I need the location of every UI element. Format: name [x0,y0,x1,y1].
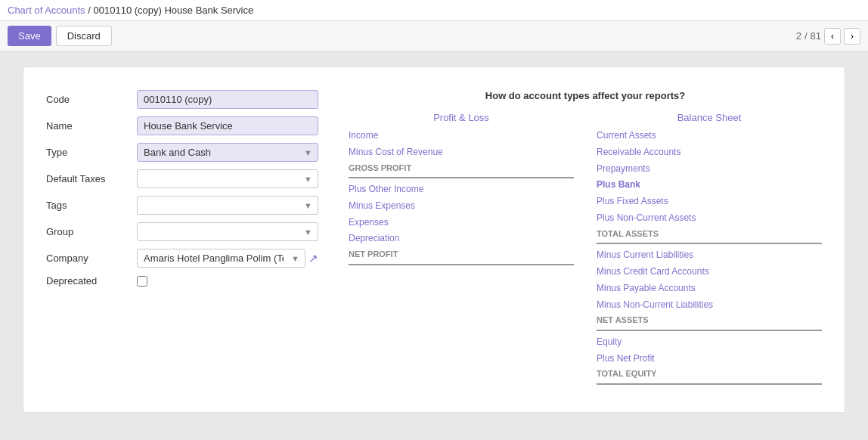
pl-item: Depreciation [349,232,574,245]
type-label: Type [46,147,137,158]
bs-item: Minus Credit Card Accounts [597,265,822,278]
balance-sheet-header: Balance Sheet [597,112,822,123]
bs-item: Current Assets [597,129,822,142]
group-label: Group [46,226,137,237]
code-input[interactable] [137,90,318,109]
company-row: Amaris Hotel Panglima Polim (Tes ▼ ↗ [137,249,318,268]
type-select-wrapper: Bank and Cash ▼ [137,143,318,162]
pl-item: GROSS PROFIT [349,163,574,178]
company-external-link-icon[interactable]: ↗ [308,252,318,265]
tags-select-wrapper: ▼ [137,196,318,215]
profit-loss-column: Profit & Loss IncomeMinus Cost of Revenu… [349,112,574,389]
company-select-wrapper: Amaris Hotel Panglima Polim (Tes ▼ [137,249,305,268]
type-select[interactable]: Bank and Cash [137,143,318,162]
info-title: How do account types affect your reports… [349,90,822,101]
default-taxes-select-wrapper: ▼ [137,169,318,188]
deprecated-checkbox-wrapper [137,276,147,287]
bs-item: NET ASSETS [597,315,822,330]
tags-label: Tags [46,200,137,211]
code-label: Code [46,94,137,105]
balance-sheet-column: Balance Sheet Current AssetsReceivable A… [597,112,822,389]
breadcrumb: Chart of Accounts / 0010110 (copy) House… [8,5,253,16]
bs-item: Minus Current Liabilities [597,249,822,262]
bs-item: Receivable Accounts [597,146,822,159]
bs-item: Plus Bank [597,178,822,191]
name-label: Name [46,120,137,132]
bs-item: Prepayments [597,163,822,175]
company-select[interactable]: Amaris Hotel Panglima Polim (Tes [137,249,305,268]
pagination-next-button[interactable]: › [844,28,860,45]
pl-item: Minus Cost of Revenue [349,146,574,159]
pl-item: Expenses [349,216,574,229]
tags-select[interactable] [137,196,318,215]
pl-item: Income [349,129,574,142]
breadcrumb-parent[interactable]: Chart of Accounts [8,5,85,16]
pagination-separator: / [804,30,808,42]
group-select-wrapper: ▼ [137,222,318,241]
pagination-prev-button[interactable]: ‹ [824,28,841,45]
pagination: 2 / 81 ‹ › [796,28,860,45]
pagination-current: 2 [796,30,801,42]
breadcrumb-current: 0010110 (copy) House Bank Service [94,5,254,16]
breadcrumb-separator: / [88,5,91,16]
profit-loss-header: Profit & Loss [349,112,574,123]
default-taxes-label: Default Taxes [46,173,137,184]
bs-item: Minus Non-Current Liabilities [597,299,822,311]
pagination-total: 81 [811,30,821,42]
bs-item: Plus Net Profit [597,352,822,365]
pl-item: Plus Other Income [349,183,574,196]
discard-button[interactable]: Discard [56,26,112,46]
name-input[interactable] [137,116,318,135]
bs-item: TOTAL EQUITY [597,368,822,384]
deprecated-label: Deprecated [46,275,137,287]
bs-item: Equity [597,336,822,349]
info-section: How do account types affect your reports… [349,90,822,389]
company-label: Company [46,253,137,264]
pl-item: Minus Expenses [349,200,574,212]
save-button[interactable]: Save [8,26,51,46]
deprecated-checkbox[interactable] [137,276,147,287]
bs-item: Minus Payable Accounts [597,282,822,295]
pl-item: NET PROFIT [349,249,574,265]
default-taxes-select[interactable] [137,169,318,188]
group-select[interactable] [137,222,318,241]
bs-item: Plus Fixed Assets [597,195,822,208]
bs-item: Plus Non-Current Assets [597,212,822,225]
form-section: Code Name Type Bank and Cash ▼ Default T… [46,90,318,389]
bs-item: TOTAL ASSETS [597,228,822,244]
